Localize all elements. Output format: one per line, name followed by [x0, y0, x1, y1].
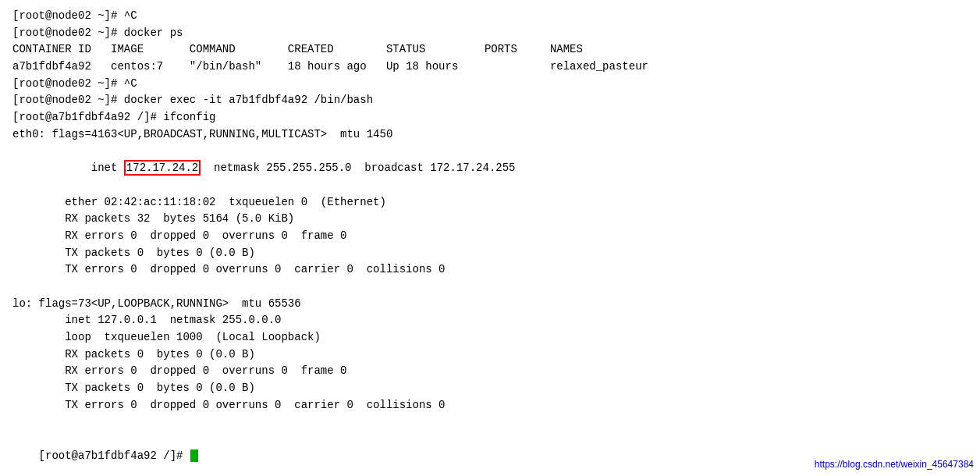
terminal-line: RX errors 0 dropped 0 overruns 0 frame 0: [12, 363, 968, 380]
terminal-line: TX errors 0 dropped 0 overruns 0 carrier…: [12, 261, 968, 279]
terminal-line: ether 02:42:ac:11:18:02 txqueuelen 0 (Et…: [12, 194, 968, 211]
terminal-line: [root@node02 ~]# ^C: [12, 76, 968, 93]
watermark: https://blog.csdn.net/weixin_45647384: [815, 459, 974, 470]
terminal-line: [root@node02 ~]# docker ps: [12, 25, 968, 42]
terminal-line: inet 127.0.0.1 netmask 255.0.0.0: [12, 312, 968, 329]
inet-prefix: inet: [39, 162, 124, 174]
terminal-line: TX packets 0 bytes 0 (0.0 B): [12, 380, 968, 397]
inet-line: inet 172.17.24.2 netmask 255.255.255.0 b…: [12, 144, 968, 194]
blank-line: [12, 279, 968, 296]
terminal-line: [root@a7b1fdbf4a92 /]# ifconfig: [12, 109, 968, 126]
terminal-line: eth0: flags=4163<UP,BROADCAST,RUNNING,MU…: [12, 126, 968, 144]
terminal-line: TX errors 0 dropped 0 overruns 0 carrier…: [12, 397, 968, 414]
terminal-line: a7b1fdbf4a92 centos:7 "/bin/bash" 18 hou…: [12, 59, 968, 76]
terminal-line: RX packets 0 bytes 0 (0.0 B): [12, 346, 968, 364]
terminal-line: loop txqueuelen 1000 (Local Loopback): [12, 329, 968, 346]
blank-line: [12, 414, 968, 432]
cursor: [190, 449, 198, 462]
terminal-line: RX errors 0 dropped 0 overruns 0 frame 0: [12, 228, 968, 245]
terminal-line: CONTAINER ID IMAGE COMMAND CREATED STATU…: [12, 41, 968, 59]
terminal-line: TX packets 0 bytes 0 (0.0 B): [12, 245, 968, 262]
terminal-line: lo: flags=73<UP,LOOPBACK,RUNNING> mtu 65…: [12, 296, 968, 313]
inet-address: 172.17.24.2: [124, 160, 201, 176]
terminal-line: [root@node02 ~]# docker exec -it a7b1fdb…: [12, 92, 968, 109]
terminal-line: [root@node02 ~]# ^C: [12, 8, 968, 25]
terminal-line: RX packets 32 bytes 5164 (5.0 KiB): [12, 211, 968, 228]
inet-suffix: netmask 255.255.255.0 broadcast 172.17.2…: [201, 162, 515, 174]
prompt-text: [root@a7b1fdbf4a92 /]#: [39, 449, 190, 462]
terminal-window: [root@node02 ~]# ^C [root@node02 ~]# doc…: [0, 0, 980, 476]
